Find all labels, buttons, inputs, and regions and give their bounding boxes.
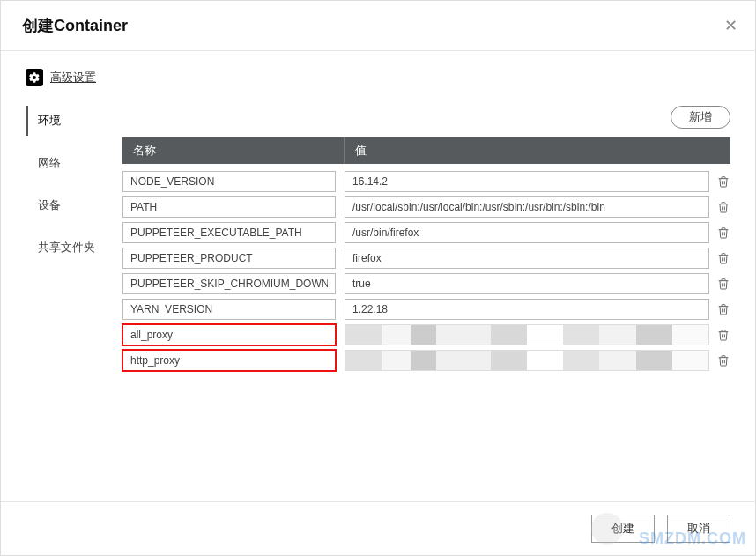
- env-name-input[interactable]: [122, 324, 336, 345]
- close-icon[interactable]: ✕: [724, 18, 737, 33]
- env-name-input[interactable]: [122, 196, 336, 218]
- column-header-name: 名称: [122, 137, 345, 164]
- toolbar: 新增: [122, 106, 730, 129]
- main-panel: 新增 名称 值: [122, 106, 730, 375]
- sidebar-item-label: 环境: [38, 114, 61, 127]
- env-value-input[interactable]: [345, 248, 709, 269]
- create-button[interactable]: 创建: [591, 515, 655, 543]
- env-name-input[interactable]: [122, 273, 336, 294]
- table-row: [122, 299, 730, 320]
- sidebar-item-label: 网络: [38, 156, 61, 169]
- env-value-redacted: [345, 324, 709, 345]
- dialog-header: 创建Container ✕: [1, 1, 755, 51]
- advanced-settings-label: 高级设置: [50, 70, 96, 85]
- env-value-input[interactable]: [345, 171, 709, 192]
- dialog-footer: 创建 取消: [1, 501, 755, 555]
- table-row: [122, 324, 730, 345]
- trash-icon[interactable]: [716, 174, 730, 189]
- sidebar-item-shared-folder[interactable]: 共享文件夹: [26, 233, 122, 263]
- sidebar: 环境 网络 设备 共享文件夹: [26, 106, 122, 375]
- sidebar-item-label: 共享文件夹: [38, 241, 95, 254]
- dialog-title: 创建Container: [22, 15, 128, 36]
- table-row: [122, 350, 730, 371]
- table-row: [122, 171, 730, 192]
- env-value-input[interactable]: [345, 222, 709, 243]
- env-name-input[interactable]: [122, 248, 336, 269]
- table-row: [122, 248, 730, 269]
- env-value-input[interactable]: [345, 273, 709, 294]
- env-name-input[interactable]: [122, 222, 336, 243]
- env-name-input[interactable]: [122, 171, 336, 192]
- env-value-input[interactable]: [345, 299, 709, 320]
- sidebar-item-network[interactable]: 网络: [26, 148, 122, 178]
- trash-icon[interactable]: [716, 353, 730, 367]
- add-button[interactable]: 新增: [671, 106, 730, 129]
- table-row: [122, 273, 730, 294]
- env-table: 名称 值: [122, 137, 730, 371]
- sidebar-item-label: 设备: [38, 198, 61, 211]
- table-row: [122, 222, 730, 243]
- sidebar-item-device[interactable]: 设备: [26, 190, 122, 220]
- cancel-button[interactable]: 取消: [667, 515, 730, 543]
- table-header: 名称 值: [122, 137, 730, 164]
- trash-icon[interactable]: [716, 328, 730, 342]
- column-header-value: 值: [345, 137, 730, 164]
- table-body: [122, 164, 730, 371]
- env-value-redacted: [345, 350, 709, 371]
- sidebar-item-env[interactable]: 环境: [26, 106, 122, 136]
- advanced-settings-header[interactable]: 高级设置: [26, 69, 730, 86]
- env-name-input[interactable]: [122, 350, 336, 371]
- gear-icon: [26, 69, 43, 86]
- table-row: [122, 196, 730, 218]
- trash-icon[interactable]: [716, 226, 730, 240]
- env-value-input[interactable]: [345, 196, 709, 218]
- trash-icon[interactable]: [716, 277, 730, 291]
- trash-icon[interactable]: [716, 200, 730, 214]
- env-name-input[interactable]: [122, 299, 336, 320]
- trash-icon[interactable]: [716, 251, 730, 265]
- trash-icon[interactable]: [716, 302, 730, 316]
